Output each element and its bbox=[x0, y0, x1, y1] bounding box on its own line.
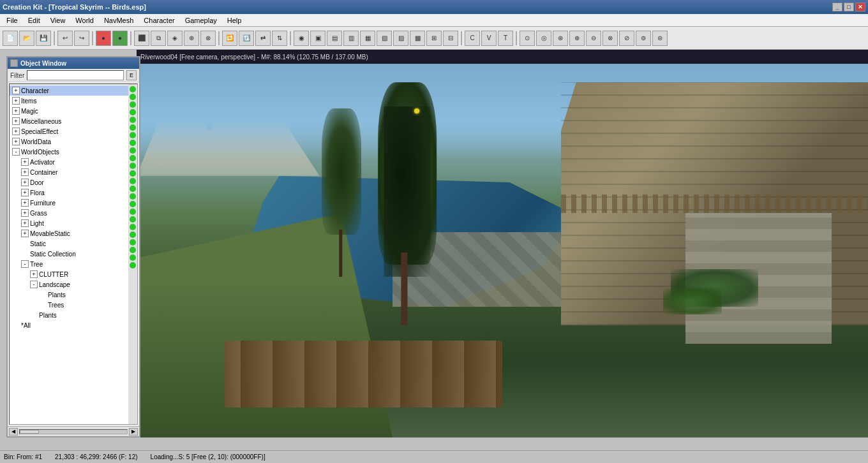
menu-view[interactable]: View bbox=[47, 15, 70, 26]
tree-item-clutter[interactable]: CLUTTER bbox=[10, 269, 137, 279]
menu-character[interactable]: Character bbox=[140, 15, 178, 26]
tree-item-plants-landscape[interactable]: Plants bbox=[10, 290, 137, 300]
toolbar-save-btn[interactable]: 💾 bbox=[36, 31, 51, 46]
menu-edit[interactable]: Edit bbox=[24, 15, 44, 26]
expander-light[interactable] bbox=[21, 219, 29, 227]
tree-item-trees-landscape[interactable]: Trees bbox=[10, 300, 137, 310]
expander-tree[interactable] bbox=[21, 260, 29, 268]
toolbar-btn-b[interactable]: ● bbox=[112, 31, 128, 46]
tree-item-static[interactable]: Static bbox=[10, 239, 137, 249]
expander-specialeffect[interactable] bbox=[12, 128, 20, 135]
tree-item-landscape[interactable]: Landscape bbox=[10, 279, 137, 290]
toolbar-btn-g3[interactable]: ⊛ bbox=[553, 31, 568, 46]
horizontal-scrollbar[interactable]: ◀ ▶ bbox=[8, 426, 139, 436]
scroll-left-btn[interactable]: ◀ bbox=[9, 428, 18, 436]
tree-item-furniture[interactable]: Furniture bbox=[10, 198, 137, 208]
toolbar-btn-e2[interactable]: ▣ bbox=[310, 31, 326, 46]
toolbar-btn-c5[interactable]: ⊗ bbox=[200, 31, 216, 46]
toolbar-btn-g1[interactable]: ⊙ bbox=[520, 31, 535, 46]
tree-item-plants[interactable]: Plants bbox=[10, 310, 137, 320]
expander-movablestatic[interactable] bbox=[21, 230, 29, 237]
tree-item-movablestatic[interactable]: MovableStatic bbox=[10, 228, 137, 239]
toolbar-btn-d2[interactable]: 🔃 bbox=[239, 31, 254, 46]
menu-world[interactable]: World bbox=[71, 15, 98, 26]
toolbar-btn-e9[interactable]: ⊞ bbox=[426, 31, 442, 46]
toolbar-btn-c4[interactable]: ⊕ bbox=[184, 31, 199, 46]
toolbar-btn-c3[interactable]: ◈ bbox=[167, 31, 183, 46]
toolbar-btn-f3[interactable]: T bbox=[498, 31, 513, 46]
tree-item-worldobjects[interactable]: WorldObjects bbox=[10, 147, 137, 157]
tree-item-all[interactable]: *All bbox=[10, 320, 137, 330]
expander-flora[interactable] bbox=[21, 189, 29, 196]
tree-item-activator[interactable]: Activator bbox=[10, 157, 137, 167]
maximize-button[interactable]: □ bbox=[844, 3, 854, 11]
toolbar-btn-f1[interactable]: C bbox=[465, 31, 480, 46]
toolbar-btn-g7[interactable]: ⊘ bbox=[619, 31, 634, 46]
toolbar-btn-g4[interactable]: ⊕ bbox=[569, 31, 585, 46]
toolbar-btn-g5[interactable]: ⊖ bbox=[586, 31, 601, 46]
tree-item-door[interactable]: Door bbox=[10, 177, 137, 187]
toolbar-btn-d1[interactable]: 🔁 bbox=[222, 31, 237, 46]
tree-item-container[interactable]: Container bbox=[10, 167, 137, 177]
expander-clutter[interactable] bbox=[30, 270, 38, 278]
toolbar-btn-a[interactable]: ● bbox=[96, 31, 111, 46]
expander-door[interactable] bbox=[21, 179, 29, 186]
toolbar-open-btn[interactable]: 📂 bbox=[19, 31, 34, 46]
tree-item-miscellaneous[interactable]: Miscellaneous bbox=[10, 116, 137, 126]
viewport[interactable]: Riverwood04 [Free camera, perspective] -… bbox=[137, 50, 868, 437]
toolbar-btn-c1[interactable]: ⬛ bbox=[134, 31, 149, 46]
toolbar-btn-e3[interactable]: ▤ bbox=[327, 31, 342, 46]
toolbar-btn-d3[interactable]: ⇄ bbox=[255, 31, 271, 46]
toolbar-btn-g9[interactable]: ⊜ bbox=[652, 31, 668, 46]
toolbar-btn-f2[interactable]: V bbox=[481, 31, 497, 46]
toolbar-btn-g2[interactable]: ◎ bbox=[536, 31, 551, 46]
viewport-canvas[interactable] bbox=[137, 64, 868, 437]
menu-navmesh[interactable]: NavMesh bbox=[100, 15, 137, 26]
tree-item-staticcollection[interactable]: Static Collection bbox=[10, 249, 137, 259]
tree-item-character[interactable]: Character bbox=[10, 85, 137, 96]
tree-item-tree[interactable]: Tree bbox=[10, 259, 137, 269]
tree-item-grass[interactable]: Grass bbox=[10, 208, 137, 218]
toolbar-btn-e1[interactable]: ◉ bbox=[294, 31, 309, 46]
toolbar-btn-d4[interactable]: ⇅ bbox=[272, 31, 287, 46]
toolbar-undo-btn[interactable]: ↩ bbox=[57, 31, 73, 46]
toolbar-new-btn[interactable]: 📄 bbox=[3, 31, 18, 46]
expander-magic[interactable] bbox=[12, 107, 20, 115]
menu-file[interactable]: File bbox=[3, 15, 22, 26]
scroll-right-btn[interactable]: ▶ bbox=[129, 428, 138, 436]
expander-furniture[interactable] bbox=[21, 199, 29, 207]
toolbar-btn-e7[interactable]: ▨ bbox=[393, 31, 408, 46]
toolbar-btn-e5[interactable]: ▦ bbox=[360, 31, 375, 46]
toolbar-btn-g6[interactable]: ⊗ bbox=[602, 31, 618, 46]
toolbar-btn-g8[interactable]: ⊚ bbox=[636, 31, 651, 46]
tree-item-magic[interactable]: Magic bbox=[10, 106, 137, 116]
filter-expand-btn[interactable]: E bbox=[126, 70, 137, 80]
scroll-thumb[interactable] bbox=[20, 430, 39, 434]
toolbar-btn-e4[interactable]: ▥ bbox=[343, 31, 359, 46]
object-tree[interactable]: Character Items Magic Miscellaneous bbox=[9, 84, 138, 425]
expander-worldobjects[interactable] bbox=[12, 148, 20, 156]
expander-activator[interactable] bbox=[21, 158, 29, 166]
tree-item-flora[interactable]: Flora bbox=[10, 187, 137, 198]
expander-landscape[interactable] bbox=[30, 281, 38, 288]
expander-miscellaneous[interactable] bbox=[12, 117, 20, 125]
toolbar-btn-e8[interactable]: ▩ bbox=[410, 31, 425, 46]
toolbar-redo-btn[interactable]: ↪ bbox=[74, 31, 89, 46]
expander-worlddata[interactable] bbox=[12, 138, 20, 145]
close-button[interactable]: ✕ bbox=[855, 3, 865, 11]
tree-item-specialeffect[interactable]: SpecialEffect bbox=[10, 126, 137, 136]
expander-container[interactable] bbox=[21, 168, 29, 176]
toolbar-btn-c2[interactable]: ⧉ bbox=[151, 31, 166, 46]
menu-help[interactable]: Help bbox=[223, 15, 246, 26]
toolbar-btn-e10[interactable]: ⊟ bbox=[443, 31, 458, 46]
filter-input[interactable] bbox=[27, 70, 124, 80]
menu-gameplay[interactable]: Gameplay bbox=[181, 15, 221, 26]
tree-item-light[interactable]: Light bbox=[10, 218, 137, 228]
expander-character[interactable] bbox=[12, 87, 20, 94]
scroll-track[interactable] bbox=[19, 429, 128, 434]
tree-item-items[interactable]: Items bbox=[10, 96, 137, 106]
minimize-button[interactable]: _ bbox=[832, 3, 842, 11]
toolbar-btn-e6[interactable]: ▧ bbox=[377, 31, 392, 46]
tree-item-worlddata[interactable]: WorldData bbox=[10, 136, 137, 147]
expander-items[interactable] bbox=[12, 97, 20, 105]
